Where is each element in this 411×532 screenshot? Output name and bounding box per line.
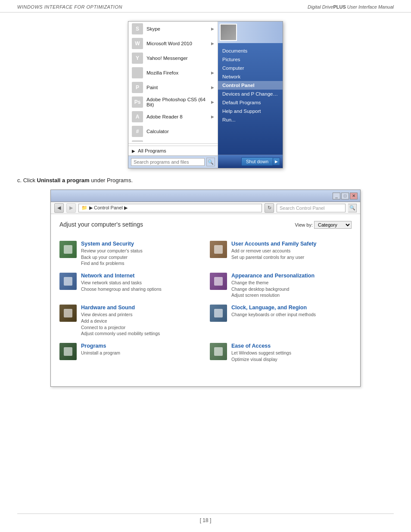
right-menu-item[interactable]: Control Panel	[218, 81, 283, 90]
start-menu-program-item[interactable]: V Microsoft Visio 2010 ▶	[128, 139, 218, 142]
app-name: Yahoo! Messenger	[146, 56, 214, 61]
start-menu-program-item[interactable]: S Skype ▶	[128, 22, 218, 36]
submenu-arrow: ▶	[211, 27, 214, 31]
minimize-button[interactable]: _	[333, 193, 340, 199]
app-name: Adobe Photoshop CS5 (64 Bit)	[146, 97, 211, 107]
cp-category-icon	[59, 305, 77, 322]
right-title: Digital DrivePLUS User Interface Manual	[308, 4, 394, 9]
svg-rect-3	[214, 277, 223, 286]
app-icon: P	[132, 82, 143, 93]
cp-category-title[interactable]: Clock, Language, and Region	[231, 305, 316, 311]
right-bold: PLUS	[333, 4, 346, 9]
right-menu-item[interactable]: Pictures	[218, 55, 283, 64]
cp-category-title[interactable]: System and Security	[81, 241, 143, 247]
view-by-select[interactable]: Category Large icons Small icons	[314, 221, 352, 229]
search-control-panel[interactable]: Search Control Panel	[277, 204, 346, 212]
app-icon: Y	[132, 53, 143, 64]
close-button[interactable]: ✕	[350, 193, 358, 199]
address-text: ▶ Control Panel ▶	[89, 205, 128, 211]
submenu-arrow: ▶	[211, 85, 214, 90]
cp-category-icon	[210, 241, 227, 258]
shutdown-arrow-button[interactable]: ▶	[273, 158, 280, 165]
page-content: S Skype ▶ W Microsoft Word 2010 ▶ Y Yaho…	[0, 12, 411, 395]
start-menu-program-item[interactable]: P Paint ▶	[128, 80, 218, 95]
cp-category-desc: View devices and printersAdd a deviceCon…	[81, 311, 160, 337]
app-name: Adobe Reader 8	[146, 114, 211, 119]
start-menu-container: S Skype ▶ W Microsoft Word 2010 ▶ Y Yaho…	[17, 21, 394, 168]
right-menu-item[interactable]: Run...	[218, 115, 283, 124]
start-menu-footer: Shut down ▶	[218, 155, 283, 168]
start-menu-right: DocumentsPicturesComputerNetworkControl …	[218, 22, 283, 168]
cp-category-icon	[59, 273, 77, 290]
maximize-button[interactable]: □	[341, 193, 349, 199]
cp-category-desc: Review your computer's statusBack up you…	[81, 248, 143, 267]
all-programs-arrow: ▶	[132, 149, 135, 153]
cp-category-icon	[59, 343, 77, 360]
cp-category-title[interactable]: Programs	[81, 343, 120, 349]
start-menu-program-item[interactable]: W Microsoft Word 2010 ▶	[128, 36, 218, 51]
cp-category-desc: Change keyboards or other input methods	[231, 311, 316, 318]
shutdown-button[interactable]: Shut down	[241, 157, 273, 166]
app-icon	[132, 67, 143, 78]
start-menu-program-item[interactable]: Y Yahoo! Messenger	[128, 51, 218, 65]
cp-category-title[interactable]: Network and Internet	[81, 273, 162, 279]
address-path[interactable]: 📁 ▶ Control Panel ▶	[78, 204, 262, 212]
app-icon: V	[132, 140, 143, 142]
cp-category-icon	[59, 241, 77, 258]
cp-category-title[interactable]: Appearance and Personalization	[231, 273, 314, 279]
cp-category: Appearance and Personalization Change th…	[210, 273, 352, 299]
right-menu-item[interactable]: Documents	[218, 47, 283, 55]
submenu-arrow: ▶	[211, 41, 214, 46]
all-programs-label: All Programs	[138, 148, 166, 153]
right-menu-item[interactable]: Default Programs	[218, 98, 283, 107]
window-controls: _ □ ✕	[333, 193, 358, 199]
cp-category-desc: Add or remove user accountsSet up parent…	[231, 248, 317, 260]
search-button[interactable]: 🔍	[206, 158, 215, 166]
step-c-before: c. Click	[17, 177, 37, 184]
forward-button[interactable]: ▶	[66, 203, 76, 213]
cp-category-desc: View network status and tasksChoose home…	[81, 280, 162, 292]
app-icon: S	[132, 23, 143, 34]
app-name: Paint	[146, 85, 211, 90]
cp-category-title[interactable]: User Accounts and Family Safety	[231, 241, 317, 247]
app-icon: Ps	[132, 96, 143, 108]
user-section	[218, 22, 283, 43]
start-menu-program-item[interactable]: A Adobe Reader 8 ▶	[128, 109, 218, 124]
step-c-bold: Uninstall a program	[37, 177, 90, 184]
cp-category-desc: Let Windows suggest settingsOptimize vis…	[231, 350, 291, 362]
cp-category: Hardware and Sound View devices and prin…	[59, 305, 201, 337]
right-menu-item[interactable]: Help and Support	[218, 107, 283, 115]
start-menu-program-item[interactable]: Ps Adobe Photoshop CS5 (64 Bit) ▶	[128, 95, 218, 109]
all-programs-row[interactable]: ▶ All Programs	[128, 146, 218, 156]
back-button[interactable]: ◀	[54, 203, 64, 213]
start-menu-program-item[interactable]: Mozilla Firefox ▶	[128, 65, 218, 80]
window-titlebar: _ □ ✕	[51, 190, 360, 202]
right-menu-item[interactable]: Network	[218, 72, 283, 81]
cp-category: Ease of Access Let Windows suggest setti…	[210, 343, 352, 362]
app-icon: #	[132, 126, 143, 137]
start-menu-programs: S Skype ▶ W Microsoft Word 2010 ▶ Y Yaho…	[128, 22, 218, 142]
cp-category-text: Network and Internet View network status…	[81, 273, 162, 292]
cp-category: Clock, Language, and Region Change keybo…	[210, 305, 352, 337]
address-icon: 📁	[81, 205, 87, 211]
right-menu-item[interactable]: Computer	[218, 64, 283, 72]
cp-category-icon	[210, 305, 227, 322]
right-menu-item[interactable]: Devices and P Change sc	[218, 90, 283, 98]
start-menu-program-item[interactable]: # Calculator	[128, 124, 218, 139]
right-menu-items: DocumentsPicturesComputerNetworkControl …	[218, 43, 283, 155]
user-avatar	[220, 24, 237, 41]
refresh-button[interactable]: ↻	[265, 203, 274, 213]
app-icon: W	[132, 38, 143, 49]
start-menu-search: 🔍	[128, 156, 218, 168]
app-name: Mozilla Firefox	[146, 70, 211, 75]
cp-category-title[interactable]: Hardware and Sound	[81, 305, 160, 311]
submenu-arrow: ▶	[211, 115, 214, 119]
svg-rect-0	[64, 245, 72, 254]
app-name: Microsoft Word 2010	[146, 41, 211, 46]
svg-rect-7	[214, 347, 223, 356]
cp-category-title[interactable]: Ease of Access	[231, 343, 291, 349]
search-go-button[interactable]: 🔍	[348, 204, 357, 212]
cp-category-desc: Change the themeChange desktop backgroun…	[231, 280, 314, 299]
cp-category: Programs Uninstall a program	[59, 343, 201, 362]
search-input[interactable]	[131, 158, 205, 166]
